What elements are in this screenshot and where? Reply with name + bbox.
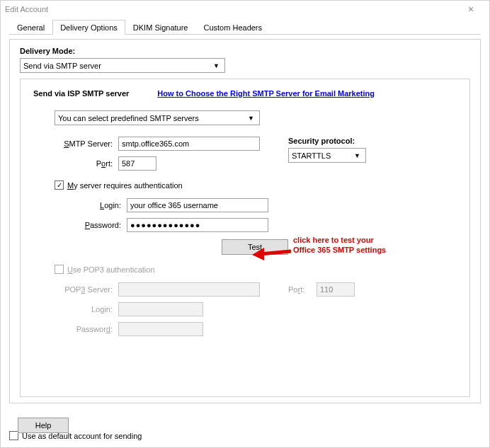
smtp-server-label: SMTP Server:: [55, 139, 118, 148]
annotation-text: click here to test your Office 365 SMTP …: [293, 235, 386, 255]
pop3-checkbox-row[interactable]: Use POP3 authentication: [55, 265, 155, 274]
pop3-server-input: [118, 282, 260, 297]
help-button[interactable]: Help: [18, 418, 69, 433]
window-title: Edit Account: [5, 5, 457, 13]
predefined-smtp-dropdown[interactable]: You can select predefined SMTP servers ▼: [55, 110, 260, 125]
chevron-down-icon: ▼: [246, 115, 256, 122]
smtp-help-link[interactable]: How to Choose the Right SMTP Server for …: [157, 89, 375, 98]
smtp-server-input[interactable]: [118, 137, 260, 151]
password-input[interactable]: [127, 218, 268, 232]
pop3-login-label: Login:: [55, 305, 118, 314]
smtp-port-input[interactable]: [118, 156, 156, 171]
tab-delivery-options[interactable]: Delivery Options: [52, 20, 125, 35]
help-button-label: Help: [35, 421, 52, 430]
annotation-line1: click here to test your: [293, 235, 386, 245]
checkbox-checked-icon: ✓: [55, 180, 64, 190]
pop3-port-label: Port:: [288, 285, 317, 294]
pop3-password-input: [118, 322, 203, 336]
login-label: Login:: [63, 201, 127, 209]
login-input[interactable]: [127, 198, 268, 212]
annotation-arrow-icon: [250, 243, 292, 264]
pop3-login-input: [118, 302, 203, 316]
tab-custom-headers[interactable]: Custom Headers: [196, 20, 270, 35]
delivery-mode-label: Delivery Mode:: [20, 47, 470, 55]
delivery-mode-dropdown[interactable]: Send via SMTP server ▼: [20, 58, 225, 73]
footer: Use as default account for sending OK Ca…: [9, 431, 481, 440]
pop3-server-label: POP3 Server:: [55, 285, 118, 294]
password-label: Password:: [63, 221, 127, 229]
pop3-port-input: [317, 282, 355, 297]
annotation-line2: Office 365 SMTP settings: [293, 245, 386, 255]
titlebar: Edit Account ×: [1, 1, 489, 18]
checkbox-unchecked-icon: [55, 265, 64, 274]
pop3-checkbox-label: Use POP3 authentication: [67, 265, 155, 274]
tabstrip: General Delivery Options DKIM Signature …: [9, 19, 481, 34]
security-protocol-label: Security protocol:: [288, 137, 366, 145]
security-protocol-value: STARTTLS: [292, 151, 352, 160]
delivery-panel: Delivery Mode: Send via SMTP server ▼ Se…: [9, 39, 481, 403]
chevron-down-icon: ▼: [352, 152, 363, 159]
tab-dkim[interactable]: DKIM Signature: [125, 20, 196, 35]
close-icon[interactable]: ×: [457, 4, 485, 15]
smtp-port-label: Port:: [55, 159, 118, 168]
auth-checkbox-row[interactable]: ✓ My server requires authentication: [55, 180, 183, 190]
delivery-mode-value: Send via SMTP server: [23, 62, 211, 70]
pop3-password-label: Password:: [55, 325, 118, 333]
security-protocol-dropdown[interactable]: STARTTLS ▼: [288, 148, 366, 163]
section-heading: Send via ISP SMTP server: [33, 89, 129, 98]
tab-general[interactable]: General: [9, 20, 52, 35]
predefined-smtp-value: You can select predefined SMTP servers: [58, 114, 246, 122]
auth-checkbox-label: My server requires authentication: [67, 181, 183, 190]
chevron-down-icon: ▼: [211, 62, 222, 69]
smtp-group: Send via ISP SMTP server How to Choose t…: [20, 79, 470, 397]
